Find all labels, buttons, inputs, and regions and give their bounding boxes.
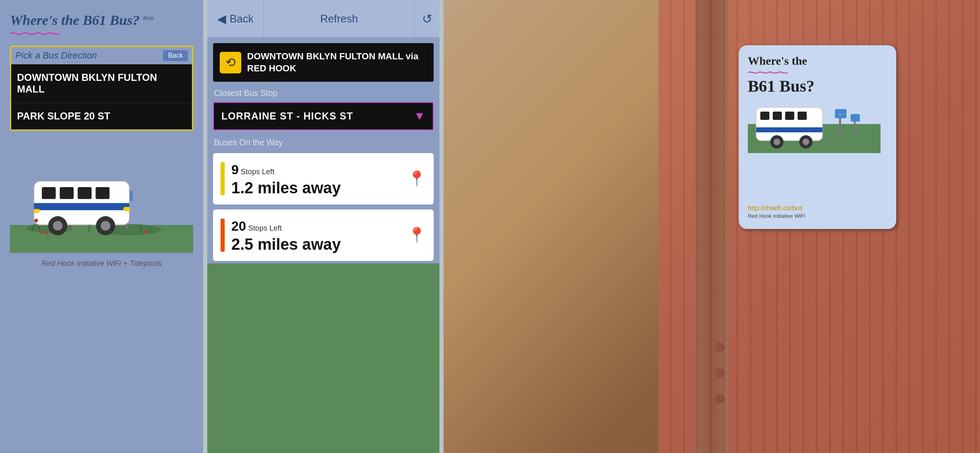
- svg-rect-22: [35, 219, 38, 222]
- buses-on-way-label: Buses On the Way: [207, 135, 439, 151]
- panel-photo: Where's the B61 Bus?: [444, 0, 980, 453]
- sign-title-line1: Where's the: [748, 54, 887, 68]
- sign-b61-text: B61 Bus?: [748, 76, 887, 96]
- bus-2-stops-num: 20: [231, 219, 246, 234]
- footer-credit: Red Hook Initiative WiFi + Tidepools: [41, 259, 162, 268]
- direction-selection-box: Pick a Bus Direction Back DOWNTOWN BKLYN…: [10, 46, 193, 131]
- back-label: Back: [230, 12, 254, 25]
- sign-card: Where's the B61 Bus?: [739, 45, 896, 229]
- sign-squiggle: [748, 70, 789, 76]
- separator-2: [439, 0, 444, 453]
- bus-indicator-yellow: [221, 162, 225, 195]
- panel2-green-area: [207, 263, 439, 453]
- svg-line-25: [89, 225, 90, 232]
- svg-rect-33: [760, 112, 769, 120]
- svg-rect-37: [756, 127, 822, 132]
- svg-point-41: [803, 139, 809, 145]
- closest-stop-label: Closest Bus Stop: [207, 85, 439, 100]
- svg-rect-35: [785, 112, 794, 120]
- svg-point-28: [40, 231, 44, 234]
- svg-rect-46: [851, 114, 860, 122]
- separator-1: [203, 0, 207, 453]
- bus-2-stops-left: 20 Stops Left: [231, 217, 408, 236]
- svg-rect-21: [124, 207, 130, 211]
- bus-card-2-info: 20 Stops Left 2.5 miles away: [231, 217, 408, 253]
- svg-rect-20: [34, 209, 39, 213]
- route-symbol-icon: ⟳: [226, 55, 236, 70]
- sign-credit: Red Hook Initiative WiFi: [748, 213, 887, 219]
- svg-rect-13: [78, 187, 92, 199]
- map-pin-icon-2: 📍: [408, 226, 426, 244]
- bus-2-stops-text: Stops Left: [248, 224, 282, 232]
- svg-rect-11: [42, 187, 56, 199]
- sign-url: http://rhiwifi.co/bus: [748, 205, 887, 212]
- bus-1-stops-text: Stops Left: [241, 168, 274, 176]
- bus-illustration: ←: [10, 139, 193, 255]
- stop-selector[interactable]: LORRAINE ST - HICKS ST ▼: [213, 102, 434, 130]
- bus-1-distance: 1.2 miles away: [231, 179, 408, 197]
- svg-point-29: [46, 233, 48, 235]
- bus-1-stops-num: 9: [231, 162, 239, 177]
- direction-option-downtown[interactable]: DOWNTOWN BKLYN FULTON MALL: [11, 64, 192, 103]
- bus-1-stops-left: 9 Stops Left: [231, 161, 408, 179]
- route-icon: ⟳: [220, 52, 241, 73]
- svg-point-17: [53, 221, 63, 231]
- svg-rect-34: [773, 112, 782, 120]
- direction-label: Pick a Bus Direction: [15, 50, 97, 61]
- back-button[interactable]: ◀ Back: [207, 0, 264, 37]
- direction-option-parkslope[interactable]: PARK SLOPE 20 ST: [11, 103, 192, 129]
- map-pin-icon-1: 📍: [408, 170, 426, 188]
- svg-text:←: ←: [838, 111, 843, 117]
- svg-rect-14: [96, 187, 110, 199]
- beta-label: Beta: [143, 15, 154, 21]
- bus-card-1[interactable]: 9 Stops Left 1.2 miles away 📍: [213, 153, 434, 205]
- svg-point-19: [101, 221, 110, 231]
- sign-line2-text: B61 Bus?: [748, 77, 815, 95]
- sign-line1-text: Where's the: [748, 54, 807, 67]
- bus-card-1-info: 9 Stops Left 1.2 miles away: [231, 161, 408, 197]
- svg-rect-15: [34, 203, 130, 210]
- back-arrow-icon: ◀: [217, 12, 226, 26]
- panel-bus-info: ◀ Back Refresh ↺ ⟳ DOWNTOWN BKLYN FULTON…: [207, 0, 439, 453]
- refresh-button[interactable]: Refresh: [264, 0, 415, 37]
- dropdown-arrow-icon: ▼: [414, 110, 425, 123]
- svg-rect-36: [798, 112, 807, 120]
- svg-point-30: [144, 231, 147, 234]
- route-header: ⟳ DOWNTOWN BKLYN FULTON MALL via RED HOO…: [213, 43, 434, 82]
- photo-background: Where's the B61 Bus?: [444, 0, 980, 453]
- direction-header: Pick a Bus Direction Back: [11, 47, 192, 64]
- sign-bus-illustration: ←: [748, 99, 881, 153]
- refresh-label: Refresh: [320, 12, 358, 25]
- bus-card-2[interactable]: 20 Stops Left 2.5 miles away 📍: [213, 209, 434, 261]
- bus-indicator-orange: [221, 219, 225, 252]
- bus-2-distance: 2.5 miles away: [231, 236, 408, 253]
- title-text: Where's the B61 Bus?: [10, 12, 140, 28]
- svg-point-39: [774, 139, 780, 145]
- svg-rect-12: [60, 187, 74, 199]
- bus-scene-svg: ←: [10, 139, 193, 255]
- refresh-icon-button[interactable]: ↺: [415, 0, 439, 37]
- back-button-panel1[interactable]: Back: [163, 50, 188, 61]
- title-squiggle: [10, 30, 60, 37]
- app-title: Where's the B61 Bus? Beta: [10, 12, 154, 28]
- stop-name: LORRAINE ST - HICKS ST: [221, 110, 353, 122]
- topbar: ◀ Back Refresh ↺: [207, 0, 439, 37]
- panel-direction-select: Where's the B61 Bus? Beta Pick a Bus Dir…: [0, 0, 203, 453]
- refresh-arrows-icon: ↺: [422, 12, 432, 26]
- route-name: DOWNTOWN BKLYN FULTON MALL via RED HOOK: [247, 51, 427, 74]
